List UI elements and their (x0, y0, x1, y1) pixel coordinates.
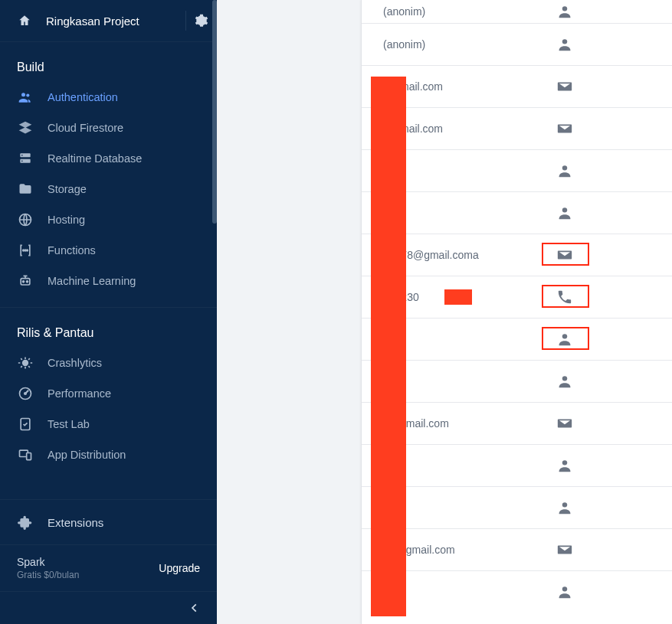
svg-point-12 (27, 281, 28, 283)
devices-icon (17, 446, 34, 463)
person-icon (553, 370, 576, 393)
table-row[interactable]: @gmail.com (362, 65, 672, 107)
sidebar-item-performance[interactable]: Performance (0, 378, 217, 409)
sidebar-item-hosting[interactable]: Hosting (0, 204, 217, 235)
puzzle-icon (17, 514, 34, 531)
svg-point-15 (25, 393, 27, 395)
svg-point-13 (22, 360, 28, 366)
row-identifier: (anonim) (383, 38, 425, 51)
users-table: (anonim)(anonim)@gmail.com@gmail.comnim)… (361, 0, 672, 624)
svg-point-8 (25, 250, 26, 251)
svg-point-26 (562, 502, 567, 507)
table-row[interactable]: nim) (362, 318, 672, 360)
person-icon (553, 580, 576, 603)
collapse-sidebar-row[interactable] (0, 591, 217, 624)
divider (185, 11, 186, 31)
highlight-box (542, 327, 589, 350)
nav-item-label: Crashlytics (48, 357, 102, 369)
sidebar-item-test-lab[interactable]: Test Lab (0, 409, 217, 439)
nav-item-label: Cloud Firestore (48, 122, 123, 134)
person-icon (553, 0, 576, 23)
database-icon (17, 150, 34, 167)
mail-icon (553, 538, 576, 561)
svg-point-11 (23, 281, 25, 283)
nav-item-label: Functions (48, 244, 96, 256)
project-overview-row[interactable]: Ringkasan Project (0, 0, 217, 42)
sidebar-item-cloud-firestore[interactable]: Cloud Firestore (0, 113, 217, 143)
table-row[interactable]: 23@gmail.com (362, 528, 672, 570)
svg-point-1 (26, 93, 29, 96)
nav-item-label: Test Lab (48, 418, 90, 430)
person-icon (553, 201, 576, 224)
svg-point-25 (562, 460, 567, 465)
row-identifier: (anonim) (383, 5, 425, 18)
sidebar-item-authentication[interactable]: Authentication (0, 82, 217, 113)
redaction-box (444, 289, 472, 305)
table-row[interactable]: nim) (362, 486, 672, 528)
sidebar-item-crashlytics[interactable]: Crashlytics (0, 348, 217, 378)
section-build-title: Build (0, 42, 217, 82)
table-row[interactable]: @gmail.com (362, 107, 672, 149)
table-row[interactable]: (anonim) (362, 23, 672, 65)
mail-icon (553, 75, 576, 98)
svg-rect-18 (27, 453, 31, 460)
sidebar-item-functions[interactable]: Functions (0, 235, 217, 266)
svg-point-24 (562, 376, 567, 381)
sidebar-item-machine-learning[interactable]: Machine Learning (0, 266, 217, 296)
svg-point-0 (21, 93, 25, 96)
nav-item-label: Realtime Database (48, 152, 142, 165)
table-row[interactable]: 72678@gmail.coma (362, 234, 672, 276)
nav-item-label: Machine Learning (48, 275, 136, 287)
gear-icon[interactable] (194, 14, 209, 28)
highlight-box (542, 285, 589, 308)
svg-point-9 (27, 250, 28, 251)
people-icon (17, 89, 34, 106)
sidebar-item-realtime-database[interactable]: Realtime Database (0, 143, 217, 174)
svg-point-21 (562, 165, 567, 170)
svg-point-19 (562, 6, 567, 11)
upgrade-button[interactable]: Upgrade (159, 562, 200, 574)
sidebar-item-storage[interactable]: Storage (0, 174, 217, 204)
home-icon (17, 14, 32, 28)
check-doc-icon (17, 416, 34, 433)
highlight-box (542, 243, 589, 266)
table-row[interactable]: nim) (362, 149, 672, 191)
person-icon (553, 33, 576, 56)
gauge-icon (17, 385, 34, 402)
project-overview-label: Ringkasan Project (46, 15, 178, 28)
nav-item-label: App Distribution (48, 449, 126, 461)
plan-subtitle: Gratis $0/bulan (17, 570, 79, 580)
person-icon (553, 496, 576, 519)
svg-point-7 (23, 250, 25, 251)
plan-name: Spark (17, 556, 79, 568)
plan-row: Spark Gratis $0/bulan Upgrade (0, 544, 217, 591)
robot-icon (17, 273, 34, 289)
table-row[interactable]: 2@gmail.com (362, 402, 672, 444)
sidebar-item-extensions[interactable]: Extensions (0, 499, 217, 544)
sidebar: Ringkasan Project Build AuthenticationCl… (0, 0, 217, 624)
redaction-bar (371, 77, 406, 616)
nav-item-label: Hosting (48, 214, 85, 226)
nav-item-label: Performance (48, 387, 111, 400)
person-icon (553, 454, 576, 477)
chevron-left-icon (189, 603, 200, 613)
svg-point-27 (562, 586, 567, 591)
mail-icon (553, 412, 576, 435)
svg-point-20 (562, 39, 567, 44)
table-row[interactable]: nim) (362, 444, 672, 486)
table-row[interactable]: (anonim) (362, 0, 672, 23)
table-row[interactable]: nim) (362, 191, 672, 234)
extensions-label: Extensions (48, 516, 103, 529)
main-area: (anonim)(anonim)@gmail.com@gmail.comnim)… (217, 0, 672, 624)
section-release-title: Rilis & Pantau (0, 308, 217, 348)
bug-icon (17, 354, 34, 371)
layers-icon (17, 119, 34, 136)
table-row[interactable]: nim) (362, 360, 672, 402)
person-icon (553, 159, 576, 182)
globe-icon (17, 211, 34, 228)
table-row[interactable]: 895230 (362, 276, 672, 318)
table-row[interactable]: nim) (362, 570, 672, 613)
nav-item-label: Authentication (48, 91, 118, 103)
sidebar-item-app-distribution[interactable]: App Distribution (0, 439, 217, 470)
brackets-icon (17, 242, 34, 259)
